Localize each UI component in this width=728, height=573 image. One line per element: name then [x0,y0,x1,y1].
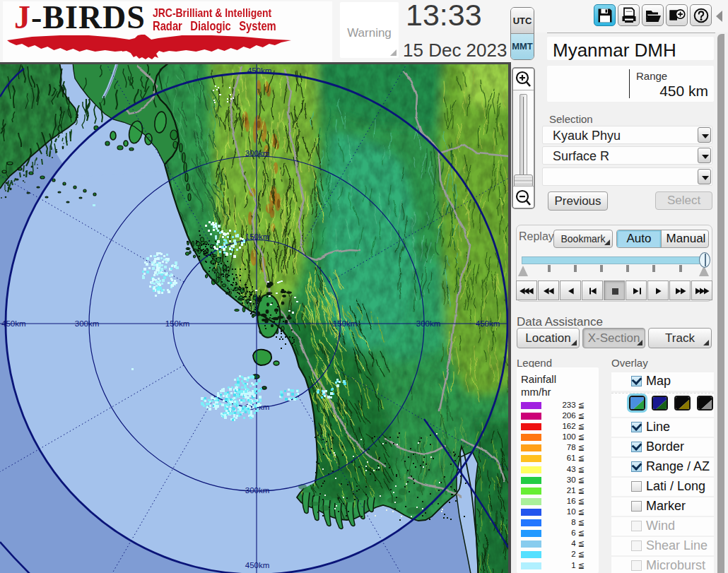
svg-text:300km: 300km [75,319,100,328]
svg-text:300km: 300km [245,486,270,495]
svg-text:450km: 450km [247,66,272,75]
svg-text:450km: 450km [1,319,26,328]
svg-text:300km: 300km [416,319,441,328]
svg-text:150km: 150km [165,319,190,328]
svg-text:150km: 150km [333,319,358,328]
svg-text:450km: 450km [476,319,500,328]
svg-text:150km: 150km [245,232,270,241]
svg-text:450km: 450km [245,561,270,569]
svg-text:300km: 300km [245,149,270,158]
